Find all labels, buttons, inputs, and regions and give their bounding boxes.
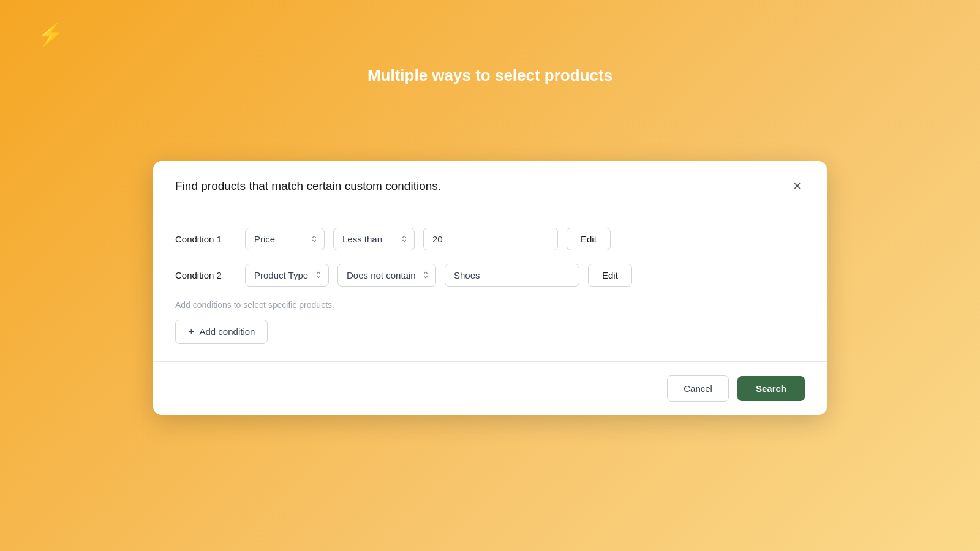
condition-2-value-input[interactable] bbox=[445, 264, 579, 287]
lightning-icon: ⚡ bbox=[37, 22, 64, 47]
condition-1-value-input[interactable] bbox=[423, 228, 558, 250]
page-title: Multiple ways to select products bbox=[368, 66, 612, 85]
condition-1-operator-select[interactable]: Less than Greater than Equals Contains bbox=[333, 228, 415, 250]
modal-footer: Cancel Search bbox=[153, 362, 827, 415]
add-condition-label: Add condition bbox=[200, 326, 255, 337]
add-condition-button[interactable]: + Add condition bbox=[175, 320, 268, 344]
close-button[interactable]: × bbox=[790, 178, 805, 194]
condition-2-operator-select[interactable]: Does not contain Contains Equals Is empt… bbox=[337, 264, 436, 287]
condition-2-field-select[interactable]: Product Type Title Price Vendor Tag bbox=[245, 264, 329, 287]
cancel-button[interactable]: Cancel bbox=[667, 375, 729, 402]
modal-container: Find products that match certain custom … bbox=[153, 161, 827, 415]
plus-icon: + bbox=[188, 326, 195, 337]
modal-header: Find products that match certain custom … bbox=[153, 161, 827, 208]
search-button[interactable]: Search bbox=[737, 376, 805, 401]
condition-1-field-select[interactable]: Price Title Type Vendor Tag bbox=[245, 228, 325, 250]
condition-1-label: Condition 1 bbox=[175, 234, 236, 244]
modal-title: Find products that match certain custom … bbox=[175, 179, 441, 193]
condition-row-1: Condition 1 Price Title Type Vendor Tag … bbox=[175, 228, 805, 250]
add-conditions-hint: Add conditions to select specific produc… bbox=[175, 300, 805, 310]
app-logo: ⚡ bbox=[37, 22, 64, 48]
modal-body: Condition 1 Price Title Type Vendor Tag … bbox=[153, 208, 827, 362]
condition-2-edit-button[interactable]: Edit bbox=[588, 264, 632, 287]
condition-row-2: Condition 2 Product Type Title Price Ven… bbox=[175, 264, 805, 287]
condition-1-edit-button[interactable]: Edit bbox=[567, 228, 611, 250]
condition-2-label: Condition 2 bbox=[175, 270, 236, 280]
